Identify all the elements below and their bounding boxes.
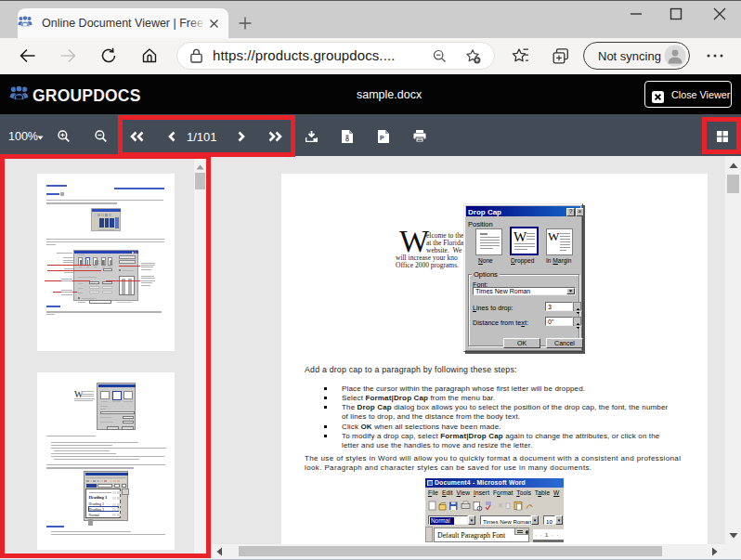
svg-text:P: P [380,135,384,141]
